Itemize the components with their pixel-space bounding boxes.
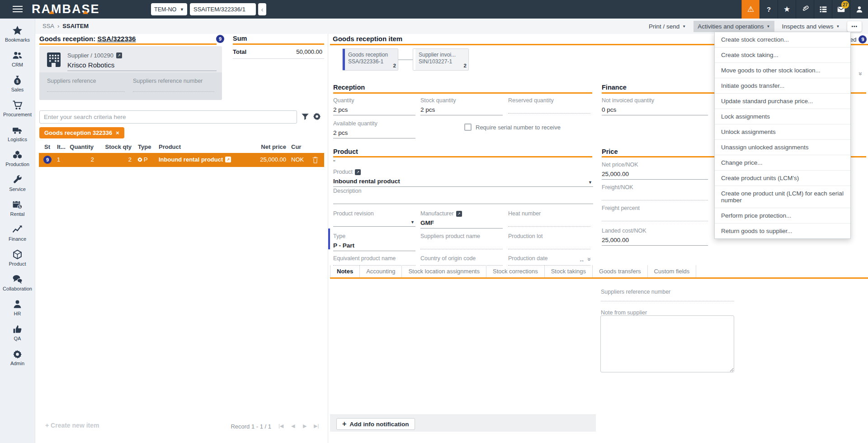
country-of-origin-field[interactable]: Country of origin code <box>420 255 503 266</box>
freight-percent-field[interactable]: Freight percent <box>602 205 708 221</box>
note-from-supplier-textarea[interactable] <box>600 315 734 372</box>
open-manufacturer-icon[interactable]: ↗ <box>456 211 462 217</box>
list-icon[interactable] <box>814 0 832 19</box>
menu-item-return-goods-to-supplier[interactable]: Return goods to supplier... <box>715 223 850 238</box>
menu-item-create-product-units[interactable]: Create product units (LCM's) <box>715 170 850 186</box>
back-button[interactable]: ‹ <box>258 3 266 15</box>
tab-custom-fields[interactable]: Custom fields <box>648 265 697 277</box>
manufacturer-field[interactable]: Manufacturer↗ GMF <box>420 210 503 229</box>
more-options-button[interactable]: ••• <box>847 21 862 32</box>
pager-next-icon[interactable]: ▶ <box>303 423 307 429</box>
product-field[interactable]: Product↗ Inbound rental product ▼ <box>333 169 593 187</box>
sidebar-item-procurement[interactable]: Procurement <box>0 96 35 121</box>
heat-number-field[interactable]: Heat number <box>508 210 590 227</box>
chevron-down-icon[interactable]: ▼ <box>588 180 592 185</box>
available-quantity-field[interactable]: Available quantity2 pcs <box>333 120 415 138</box>
tab-goods-transfers[interactable]: Goods transfers <box>593 265 648 277</box>
reserved-quantity-field[interactable]: Reserved quantity <box>508 97 590 114</box>
menu-item-perform-price-protection[interactable]: Perform price protection... <box>715 208 850 223</box>
create-new-item-button[interactable]: + Create new item <box>45 422 99 429</box>
equivalent-product-name-field[interactable]: Equivalent product name <box>333 255 415 266</box>
sidebar-item-collaboration[interactable]: Collaboration <box>0 270 35 295</box>
pager-previous-icon[interactable]: ◀ <box>291 423 295 429</box>
table-row[interactable]: 9 1 2 2 P Inbound rental product ↗ 25,00… <box>39 153 324 167</box>
global-search-input[interactable] <box>190 3 256 15</box>
resize-horizontal-icon[interactable]: ↔ <box>579 257 585 263</box>
description-field[interactable]: Description <box>333 188 593 204</box>
quantity-field[interactable]: Quantity2 pcs <box>333 97 415 115</box>
sidebar-item-bookmarks[interactable]: Bookmarks <box>0 21 35 46</box>
add-info-notification-button[interactable]: + Add info notification <box>336 418 415 430</box>
expand-chevron-icon[interactable]: » <box>586 257 593 261</box>
pager-last-icon[interactable]: ▶| <box>314 423 319 429</box>
menu-item-create-stock-taking[interactable]: Create stock taking... <box>715 47 850 62</box>
not-invoiced-quantity-field[interactable]: Not invoiced quantity0 pcs <box>602 97 708 115</box>
sidebar-item-qa[interactable]: QA <box>0 320 35 345</box>
tab-stock-location-assignments[interactable]: Stock location assignments <box>402 265 486 277</box>
menu-item-initiate-goods-transfer[interactable]: Initiate goods transfer... <box>715 78 850 93</box>
item-search-input[interactable] <box>39 110 297 124</box>
product-revision-field[interactable]: Product revision ▼ <box>333 210 415 227</box>
menu-item-move-goods[interactable]: Move goods to other stock location... <box>715 62 850 78</box>
trash-icon[interactable] <box>312 156 319 164</box>
tab-notes[interactable]: Notes <box>330 265 360 277</box>
open-product-icon[interactable]: ↗ <box>225 157 231 162</box>
net-price-field[interactable]: Net price/NOK25,000.00 <box>602 162 708 180</box>
user-icon[interactable] <box>850 0 868 19</box>
sidebar-item-rental[interactable]: $ Rental <box>0 195 35 220</box>
landed-cost-field[interactable]: Landed cost/NOK25,000.00 <box>602 228 708 246</box>
filter-chip[interactable]: Goods reception 322336 × <box>39 127 124 138</box>
help-icon[interactable]: ? <box>760 0 778 19</box>
filter-icon[interactable] <box>301 113 309 121</box>
menu-item-unlock-assignments[interactable]: Unlock assignments <box>715 124 850 139</box>
warning-icon[interactable]: ⚠ <box>741 0 760 19</box>
app-logo[interactable]: RAMBASE <box>32 2 100 16</box>
goods-reception-link[interactable]: SSA/322336 <box>97 35 136 43</box>
breadcrumb-parent[interactable]: SSA <box>42 23 54 29</box>
pager-first-icon[interactable]: |◀ <box>278 423 283 429</box>
close-icon[interactable]: × <box>116 129 119 136</box>
production-lot-field[interactable]: Production lot <box>508 233 590 249</box>
require-serial-checkbox[interactable] <box>464 124 472 131</box>
print-send-menu-button[interactable]: Print / send▼ <box>645 21 690 32</box>
hamburger-menu-icon[interactable] <box>13 6 23 14</box>
menu-item-change-price[interactable]: Change price... <box>715 155 850 170</box>
sidebar-item-finance[interactable]: Finance <box>0 220 35 245</box>
sidebar-item-service[interactable]: Service <box>0 171 35 195</box>
menu-item-lock-assignments[interactable]: Lock assignments <box>715 109 850 124</box>
mail-icon[interactable]: 27 <box>832 0 850 19</box>
collapse-chevron-icon[interactable]: » <box>857 72 864 76</box>
freight-field[interactable]: Freight/NOK <box>602 184 708 200</box>
sidebar-item-crm[interactable]: CRM <box>0 46 35 71</box>
suppliers-reference-field[interactable] <box>47 91 125 92</box>
tab-stock-corrections[interactable]: Stock corrections <box>486 265 545 277</box>
open-product-icon[interactable]: ↗ <box>355 169 361 175</box>
supplier-card[interactable]: Supplier / 100290↗ Krisco Robotics Suppl… <box>39 46 222 100</box>
activities-operations-menu-button[interactable]: Activities and operations▼ <box>693 21 774 32</box>
suppliers-reference-number-field[interactable] <box>133 91 214 92</box>
tab-stock-takings[interactable]: Stock takings <box>545 265 593 277</box>
type-field[interactable]: TypeP - Part <box>333 233 415 251</box>
tab-accounting[interactable]: Accounting <box>360 265 402 277</box>
sidebar-item-logistics[interactable]: Logistics <box>0 121 35 146</box>
suppliers-ref-number-input[interactable] <box>601 301 734 301</box>
menu-item-unassign-unlocked-assignments[interactable]: Unassign unlocked assignments <box>715 139 850 155</box>
sidebar-item-admin[interactable]: Admin <box>0 345 35 370</box>
module-selector[interactable]: TEM-NO ▼ <box>151 3 187 15</box>
sidebar-item-sales[interactable]: $ Sales <box>0 71 35 96</box>
stock-quantity-field[interactable]: Stock quantity2 pcs <box>420 97 503 115</box>
production-date-field[interactable]: Production date <box>508 255 590 266</box>
suppliers-product-name-field[interactable]: Suppliers product name <box>420 233 503 249</box>
menu-item-create-one-product-unit[interactable]: Create one product unit (LCM) for each s… <box>715 186 850 208</box>
settings-gear-icon[interactable] <box>312 112 321 121</box>
flow-node-supplier-invoice[interactable]: Supplier invoi... SIN/103227-1 2 <box>413 48 469 71</box>
menu-item-create-stock-correction[interactable]: Create stock correction... <box>715 32 850 47</box>
open-supplier-icon[interactable]: ↗ <box>116 52 122 58</box>
chevron-down-icon[interactable]: ▼ <box>410 220 415 224</box>
inspects-views-menu-button[interactable]: Inspects and views▼ <box>778 21 844 32</box>
menu-item-update-standard-purchase-price[interactable]: Update standard purchase price... <box>715 93 850 109</box>
sidebar-item-production[interactable]: Production <box>0 146 35 171</box>
sidebar-item-hr[interactable]: HR <box>0 295 35 320</box>
sidebar-item-product[interactable]: Product <box>0 245 35 270</box>
attachment-icon[interactable] <box>796 0 814 19</box>
